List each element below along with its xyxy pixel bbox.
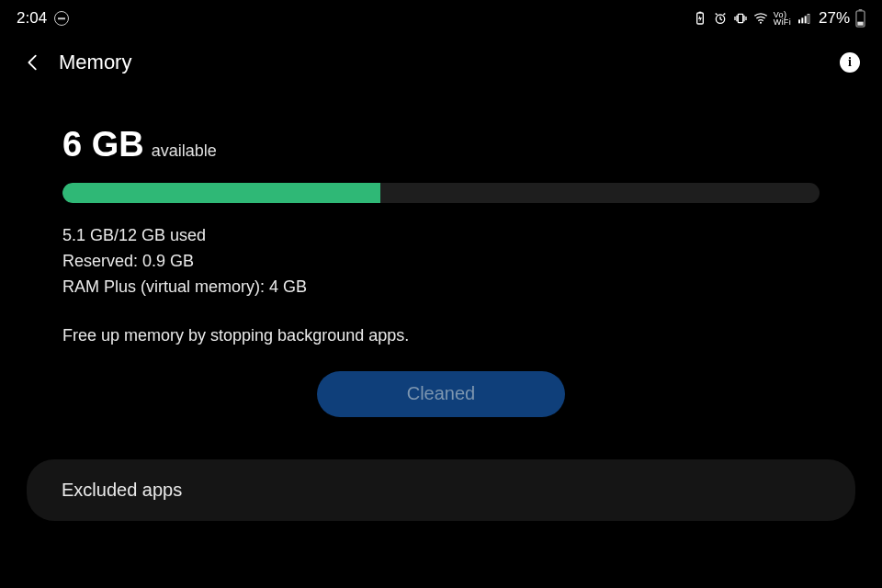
memory-panel: 6 GB available 5.1 GB/12 GB used Reserve… [0, 88, 882, 417]
svg-rect-6 [798, 19, 800, 23]
signal-icon [797, 11, 811, 26]
svg-point-5 [760, 22, 762, 24]
available-line: 6 GB available [62, 125, 820, 164]
battery-optimize-icon [693, 11, 707, 26]
ramplus-line: RAM Plus (virtual memory): 4 GB [62, 275, 820, 300]
svg-rect-8 [805, 16, 807, 23]
clean-button-label: Cleaned [407, 383, 476, 404]
dnd-icon [54, 11, 69, 26]
status-bar: 2:04 Vo) WiFi 27% [0, 0, 882, 37]
wifi-icon [753, 11, 768, 26]
back-button[interactable] [22, 51, 44, 74]
page-title: Memory [59, 51, 131, 74]
available-value: 6 GB [62, 125, 144, 164]
memory-progress-bar [62, 183, 820, 203]
svg-rect-4 [738, 14, 742, 22]
svg-marker-2 [698, 16, 702, 22]
svg-rect-7 [801, 17, 803, 23]
svg-rect-1 [698, 12, 701, 13]
chevron-left-icon [23, 52, 43, 73]
battery-percent: 27% [819, 9, 850, 28]
alarm-icon [713, 11, 728, 26]
memory-stats: 5.1 GB/12 GB used Reserved: 0.9 GB RAM P… [62, 223, 820, 300]
svg-rect-11 [859, 9, 863, 11]
used-line: 5.1 GB/12 GB used [62, 223, 820, 249]
excluded-apps-label: Excluded apps [62, 480, 182, 500]
available-label: available [152, 141, 217, 161]
page-header: Memory i [0, 37, 882, 88]
info-button[interactable]: i [840, 52, 860, 73]
vibrate-icon [733, 11, 748, 26]
memory-progress-fill [62, 183, 380, 203]
clean-button[interactable]: Cleaned [317, 371, 565, 417]
battery-icon [855, 9, 865, 28]
svg-rect-9 [808, 14, 809, 23]
memory-hint: Free up memory by stopping background ap… [62, 326, 820, 345]
status-time: 2:04 [17, 9, 47, 28]
reserved-line: Reserved: 0.9 GB [62, 249, 820, 275]
wifi-calling-label: Vo) WiFi [774, 11, 791, 26]
svg-rect-12 [857, 22, 863, 26]
excluded-apps-row[interactable]: Excluded apps [27, 459, 855, 521]
info-icon: i [848, 55, 852, 70]
